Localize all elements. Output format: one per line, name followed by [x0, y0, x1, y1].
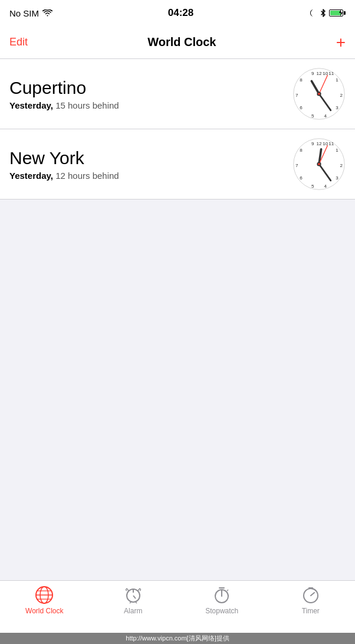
svg-text:8: 8 — [300, 148, 303, 153]
svg-point-17 — [318, 93, 320, 95]
tab-stopwatch-label: Stopwatch — [205, 607, 238, 615]
svg-text:9: 9 — [311, 71, 314, 76]
svg-text:11: 11 — [328, 71, 334, 76]
tab-world-clock[interactable]: World Clock — [21, 586, 68, 615]
watermark: http://www.vipcn.com[清风网络]提供 — [0, 633, 355, 644]
clock-svg-cupertino: 12 1 2 3 4 5 6 7 8 9 10 11 — [292, 67, 346, 120]
wifi-icon — [42, 9, 52, 17]
clock-row-newyork[interactable]: New York Yesterday, 12 hours behind 12 1… — [0, 129, 355, 200]
svg-text:4: 4 — [324, 113, 327, 119]
status-bar: No SIM 04:28 — [0, 0, 355, 26]
tab-world-clock-label: World Clock — [25, 607, 63, 615]
battery-icon — [329, 9, 346, 17]
battery-bolt-icon — [338, 9, 343, 17]
clock-info-cupertino: Cupertino Yesterday, 15 hours behind — [9, 78, 292, 110]
status-time: 04:28 — [168, 7, 193, 19]
page-title: World Clock — [147, 35, 216, 49]
svg-line-44 — [130, 602, 131, 603]
tab-stopwatch[interactable]: Stopwatch — [198, 586, 245, 615]
svg-text:9: 9 — [311, 141, 314, 146]
add-button[interactable]: + — [336, 34, 346, 51]
svg-text:3: 3 — [336, 175, 338, 181]
tab-timer[interactable]: Timer — [287, 586, 334, 615]
svg-text:8: 8 — [300, 77, 303, 83]
status-left: No SIM — [9, 8, 52, 18]
clock-row-cupertino[interactable]: Cupertino Yesterday, 15 hours behind 12 … — [0, 59, 355, 129]
moon-icon — [309, 9, 317, 17]
clock-list: Cupertino Yesterday, 15 hours behind 12 … — [0, 59, 355, 200]
nav-bar: Edit World Clock + — [0, 26, 355, 59]
hours-label-cupertino: 15 hours behind — [55, 100, 119, 110]
svg-text:1: 1 — [336, 77, 338, 83]
empty-area — [0, 200, 355, 489]
svg-text:6: 6 — [300, 175, 303, 181]
svg-point-35 — [318, 163, 320, 165]
status-right — [309, 9, 346, 17]
svg-text:4: 4 — [324, 184, 327, 189]
svg-line-52 — [311, 593, 314, 596]
day-label-cupertino: Yesterday, — [9, 100, 53, 110]
svg-text:12: 12 — [317, 141, 322, 146]
svg-text:12: 12 — [317, 71, 322, 76]
svg-text:5: 5 — [311, 184, 314, 189]
svg-text:3: 3 — [336, 105, 338, 110]
carrier-label: No SIM — [9, 8, 39, 18]
svg-text:7: 7 — [295, 93, 298, 98]
svg-text:6: 6 — [300, 105, 303, 110]
svg-line-43 — [133, 596, 136, 599]
hours-label-newyork: 12 hours behind — [55, 171, 119, 181]
analog-clock-cupertino: 12 1 2 3 4 5 6 7 8 9 10 11 — [292, 67, 346, 120]
clock-info-newyork: New York Yesterday, 12 hours behind — [9, 148, 292, 181]
svg-line-45 — [136, 602, 137, 603]
edit-button[interactable]: Edit — [9, 36, 28, 48]
tab-alarm-label: Alarm — [124, 607, 142, 615]
alarm-icon — [124, 586, 143, 604]
clock-svg-newyork: 12 1 2 3 4 5 6 7 8 9 10 11 — [292, 138, 346, 191]
city-name-cupertino: Cupertino — [9, 78, 292, 98]
svg-text:1: 1 — [336, 148, 338, 153]
svg-text:11: 11 — [328, 141, 334, 146]
time-desc-cupertino: Yesterday, 15 hours behind — [9, 100, 292, 110]
city-name-newyork: New York — [9, 148, 292, 168]
stopwatch-icon — [212, 586, 231, 604]
bluetooth-icon — [320, 9, 326, 17]
svg-text:7: 7 — [295, 163, 298, 168]
svg-text:5: 5 — [311, 113, 314, 119]
svg-text:2: 2 — [340, 163, 343, 168]
tab-alarm[interactable]: Alarm — [110, 586, 157, 615]
analog-clock-newyork: 12 1 2 3 4 5 6 7 8 9 10 11 — [292, 138, 346, 191]
world-clock-icon — [35, 586, 54, 604]
svg-text:2: 2 — [340, 93, 343, 98]
timer-icon — [301, 586, 320, 604]
day-label-newyork: Yesterday, — [9, 171, 53, 181]
time-desc-newyork: Yesterday, 12 hours behind — [9, 171, 292, 181]
tab-timer-label: Timer — [302, 607, 320, 615]
svg-line-50 — [227, 590, 228, 591]
